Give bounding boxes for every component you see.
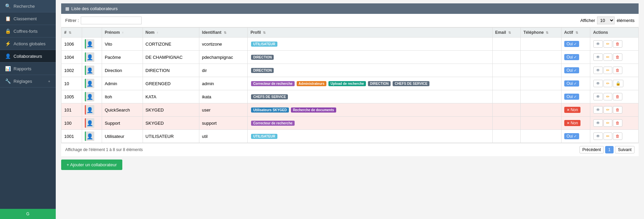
edit-button[interactable]: ✏ <box>603 80 612 87</box>
cell-profil: DIRECTION <box>248 64 492 77</box>
cell-avatar: 👤 <box>82 38 102 51</box>
cell-identifiant: support <box>199 117 248 130</box>
edit-button[interactable]: ✏ <box>603 119 612 127</box>
profil-badge: Administrateurs <box>297 81 327 86</box>
actif-yes-badge: Oui ✓ <box>564 54 579 60</box>
rapports-icon: 📊 <box>5 66 11 71</box>
view-button[interactable]: 👁 <box>593 119 603 127</box>
cell-nom: DE CHAMPIGNAC <box>143 51 199 64</box>
actif-yes-badge: Oui ✓ <box>564 41 579 47</box>
sidebar-item-actions-globales[interactable]: ⚡ Actions globales <box>0 38 56 50</box>
col-avatar <box>82 28 102 38</box>
edit-button[interactable]: ✏ <box>603 40 612 48</box>
delete-button[interactable]: 🗑 <box>613 53 622 61</box>
avatar: 👤 <box>85 52 94 62</box>
actif-no-badge: ✕ Non <box>564 107 580 113</box>
delete-button[interactable]: 🗑 <box>613 93 622 100</box>
actif-no-badge: ✕ Non <box>564 120 580 126</box>
view-button[interactable]: 👁 <box>593 132 603 140</box>
cell-actions: 👁✏🗑 <box>590 117 639 130</box>
delete-button[interactable]: 🗑 <box>613 119 622 127</box>
sidebar-item-rapports[interactable]: 📊 Rapports <box>0 63 56 75</box>
cell-profil: CHEFS DE SERVICE <box>248 90 492 103</box>
cell-id: 1005 <box>61 90 82 103</box>
actif-yes-badge: Oui ✓ <box>564 67 579 73</box>
cell-avatar: 👤 <box>82 64 102 77</box>
cell-email <box>492 51 521 64</box>
afficher-select[interactable]: 10 25 50 100 <box>597 17 615 24</box>
delete-button[interactable]: 🗑 <box>613 132 622 140</box>
cell-profil: Correcteur de recherche <box>248 117 492 130</box>
edit-button[interactable]: ✏ <box>603 93 612 100</box>
delete-button[interactable]: 🗑 <box>613 106 622 114</box>
cell-prenom: Admin <box>102 77 143 90</box>
cell-nom: SKYGED <box>143 117 199 130</box>
pagination: Précédent 1 Suivant <box>579 146 635 153</box>
sidebar-item-collaborateurs[interactable]: 👤 Collaborateurs <box>0 50 56 63</box>
edit-button[interactable]: ✏ <box>603 67 612 74</box>
afficher-group: Afficher 10 25 50 100 éléments <box>580 17 635 24</box>
table-row: 1002👤DirectionDIRECTIONdirDIRECTIONOui ✓… <box>61 64 639 77</box>
cell-actions: 👁✏🗑 <box>590 51 639 64</box>
view-button[interactable]: 👁 <box>593 40 603 48</box>
cell-actions: 👁✏🗑 <box>590 103 639 117</box>
page-title: Liste des collaborateurs <box>71 6 118 11</box>
avatar: 👤 <box>85 118 94 128</box>
cell-prenom: Pacôme <box>102 51 143 64</box>
edit-button[interactable]: ✏ <box>603 53 612 61</box>
page-1-button[interactable]: 1 <box>605 146 614 153</box>
lock-button[interactable]: 🔒 <box>613 80 623 87</box>
view-button[interactable]: 👁 <box>593 53 603 61</box>
profil-badge: DIRECTION <box>251 55 274 60</box>
cell-actif: Oui ✓ <box>561 51 590 64</box>
cell-id: 1001 <box>61 130 82 143</box>
col-telephone[interactable]: Téléphone ⇅ <box>521 28 562 38</box>
col-actif[interactable]: Actif ⇅ <box>561 28 590 38</box>
col-nom[interactable]: Nom ↑ <box>143 28 199 38</box>
pagination-info: Affichage de l'élément 1 à 8 sur 8 éléme… <box>65 147 143 152</box>
view-button[interactable]: 👁 <box>593 93 603 100</box>
cell-nom: DIRECTION <box>143 64 199 77</box>
sidebar-item-label: Actions globales <box>14 41 46 46</box>
cell-actif: Oui ✓ <box>561 77 590 90</box>
cell-avatar: 👤 <box>82 117 102 130</box>
add-collaborateur-button[interactable]: + Ajouter un collaborateur <box>61 160 122 170</box>
cell-telephone <box>521 130 562 143</box>
cell-id: 10 <box>61 77 82 90</box>
cell-telephone <box>521 64 562 77</box>
edit-button[interactable]: ✏ <box>603 132 612 140</box>
profil-badge: Recherche de documents <box>291 107 336 113</box>
col-prenom[interactable]: Prénom ↑ <box>102 28 143 38</box>
sidebar-item-label: Coffres-forts <box>14 29 38 34</box>
col-email[interactable]: Email ⇅ <box>492 28 521 38</box>
sidebar-bottom: G <box>0 209 56 219</box>
cell-profil: DIRECTION <box>248 51 492 64</box>
sidebar-item-coffres-forts[interactable]: 🔒 Coffres-forts <box>0 25 56 38</box>
col-identifiant[interactable]: Identifiant ⇅ <box>199 28 248 38</box>
edit-button[interactable]: ✏ <box>603 106 612 114</box>
view-button[interactable]: 👁 <box>593 80 603 87</box>
delete-button[interactable]: 🗑 <box>613 67 622 74</box>
col-profil[interactable]: Profil ⇅ <box>248 28 492 38</box>
filter-row: Filtrer : Afficher 10 25 50 100 éléments <box>61 14 639 27</box>
cell-email <box>492 64 521 77</box>
cell-telephone <box>521 117 562 130</box>
cell-avatar: 👤 <box>82 130 102 143</box>
cell-nom: GREENGED <box>143 77 199 90</box>
delete-button[interactable]: 🗑 <box>613 40 622 48</box>
sidebar-item-recherche[interactable]: 🔍 Recherche <box>0 0 56 13</box>
prev-button[interactable]: Précédent <box>579 146 604 153</box>
cell-id: 1004 <box>61 51 82 64</box>
collaborateurs-icon: 👤 <box>5 53 11 59</box>
cell-actif: ✕ Non <box>561 117 590 130</box>
sidebar-item-classement[interactable]: 📋 Classement <box>0 13 56 25</box>
col-id[interactable]: # ⇅ <box>61 28 82 38</box>
cell-telephone <box>521 51 562 64</box>
view-button[interactable]: 👁 <box>593 67 603 74</box>
next-button[interactable]: Suivant <box>615 146 635 153</box>
cell-id: 101 <box>61 103 82 117</box>
view-button[interactable]: 👁 <box>593 106 603 114</box>
sidebar-item-reglages[interactable]: 🔧 Réglages ＋ <box>0 75 56 88</box>
cell-telephone <box>521 38 562 51</box>
filter-input[interactable] <box>81 17 142 24</box>
